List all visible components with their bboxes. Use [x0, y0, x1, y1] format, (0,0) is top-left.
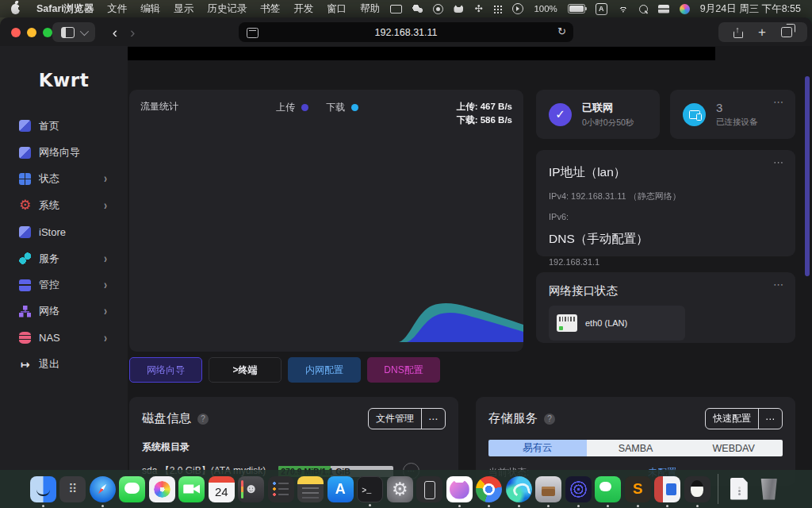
play-status-icon[interactable] [512, 3, 523, 14]
dock-divider [718, 474, 718, 504]
internet-status-card[interactable]: ✓ 已联网 0小时0分50秒 [536, 90, 660, 139]
dock-notes-icon[interactable] [297, 476, 324, 502]
sidebar-item-services[interactable]: 服务 › [0, 245, 128, 271]
dns-title: DNS（手动配置） [549, 231, 783, 248]
tab-samba[interactable]: SAMBA [587, 440, 685, 456]
dock-appstore-icon[interactable]: A [327, 476, 354, 502]
help-icon[interactable]: ? [197, 414, 209, 425]
more-menu-icon[interactable]: ⋯ [773, 96, 784, 108]
page-top-banner [97, 47, 715, 60]
dock-finder-icon[interactable] [30, 476, 56, 502]
url-text[interactable]: 192.168.31.11 [374, 27, 437, 38]
wechat-status-icon[interactable] [412, 5, 423, 13]
dock-settings-icon[interactable]: ⚙ [387, 476, 413, 502]
dock-iphone-mirroring-icon[interactable] [416, 476, 442, 502]
file-manager-button[interactable]: 文件管理 ⋯ [368, 408, 446, 429]
control-center-icon[interactable] [658, 5, 669, 13]
back-button[interactable]: ‹ [113, 25, 117, 40]
tab-overview-icon[interactable] [781, 27, 792, 37]
close-window-button[interactable] [11, 28, 21, 37]
dock-messages-icon[interactable] [119, 476, 145, 502]
sidebar-item-network[interactable]: 网络 › [0, 298, 128, 325]
links-icon [19, 252, 31, 264]
dock-cat-app-icon[interactable] [446, 476, 473, 502]
reload-icon[interactable]: ↻ [557, 25, 566, 37]
help-icon[interactable]: ? [544, 414, 555, 425]
dns-config-button[interactable]: DNS配置 [367, 357, 440, 383]
sidebar-item-network-wizard[interactable]: 网络向导 [0, 139, 128, 165]
dock-archive-utility-icon[interactable] [535, 476, 561, 502]
zoom-window-button[interactable] [43, 28, 52, 37]
forward-button[interactable]: › [130, 25, 135, 40]
spotlight-search-icon[interactable] [639, 5, 648, 13]
sidebar-item-istore[interactable]: iStore [0, 219, 128, 245]
wifi-icon[interactable] [618, 5, 629, 13]
dock-contacts-icon[interactable]: ☻ [238, 476, 264, 502]
menubar-clock[interactable]: 9月24日 周三 下午8:55 [700, 2, 801, 16]
storage-tabs: 易有云 SAMBA WEBDAV [488, 440, 783, 456]
sidebar-item-nas[interactable]: NAS › [0, 325, 128, 351]
more-menu-icon[interactable]: ⋯ [773, 156, 784, 168]
quick-config-button[interactable]: 快速配置 ⋯ [705, 408, 783, 429]
app-status-icon[interactable] [433, 4, 443, 14]
more-menu-icon[interactable]: ⋯ [759, 414, 782, 425]
dock-facetime-icon[interactable] [178, 476, 205, 502]
dock-safari-icon[interactable] [90, 476, 116, 502]
sidebar-item-logout[interactable]: ↦ 退出 [0, 352, 128, 378]
ipv4-line: IPv4: 192.168.31.11 （静态网络） [549, 190, 783, 202]
chevron-down-icon[interactable] [80, 26, 89, 35]
dock-trash-icon[interactable] [756, 476, 782, 502]
siri-icon[interactable] [680, 4, 690, 14]
share-icon[interactable] [733, 27, 743, 38]
sidebar-item-status[interactable]: 状态 › [0, 166, 128, 192]
dock-photos-icon[interactable] [149, 476, 175, 502]
dock-reminders-icon[interactable] [268, 476, 294, 502]
battery-icon[interactable] [568, 4, 585, 13]
minimize-window-button[interactable] [27, 28, 36, 37]
menu-window[interactable]: 窗口 [327, 2, 347, 16]
dots-grid-status-icon[interactable] [493, 5, 502, 13]
interface-tile[interactable]: eth0 (LAN) [549, 306, 685, 341]
dock-terminal-icon[interactable]: >_ [357, 476, 383, 502]
address-bar[interactable]: 192.168.31.11 ↻ [239, 22, 573, 42]
dock-calendar-icon[interactable]: 24 [209, 476, 235, 502]
menu-view[interactable]: 显示 [174, 2, 193, 16]
page-scrollbar[interactable] [805, 76, 810, 276]
menu-safari[interactable]: Safari浏览器 [36, 2, 94, 16]
dock-document-icon[interactable] [726, 476, 753, 502]
menu-edit[interactable]: 编辑 [140, 2, 160, 16]
dock-wechat-icon[interactable] [595, 476, 621, 502]
more-menu-icon[interactable]: ⋯ [422, 414, 445, 425]
dock-sublime-icon[interactable]: S [625, 476, 651, 502]
fan-status-icon[interactable]: ✣ [473, 4, 483, 13]
more-menu-icon[interactable]: ⋯ [773, 279, 784, 291]
menu-file[interactable]: 文件 [107, 2, 127, 16]
dock-dictionary-icon[interactable] [654, 476, 680, 502]
menu-help[interactable]: 帮助 [360, 2, 380, 16]
apple-menu-icon[interactable] [11, 4, 20, 14]
dock-edge-icon[interactable] [506, 476, 532, 502]
new-tab-button[interactable]: + [758, 25, 766, 39]
page-settings-icon[interactable] [247, 28, 259, 38]
input-source-icon[interactable]: A [596, 3, 607, 15]
tab-yiyouyun[interactable]: 易有云 [488, 440, 587, 456]
cat-app-status-icon[interactable] [454, 5, 463, 13]
menu-bookmarks[interactable]: 书签 [260, 2, 280, 16]
sidebar-toggle-icon[interactable] [61, 27, 75, 38]
devices-card[interactable]: 3 已连接设备 ⋯ [670, 90, 795, 139]
dock-linux-icon[interactable] [684, 476, 710, 502]
menu-history[interactable]: 历史记录 [207, 2, 247, 16]
dock-chrome-icon[interactable] [476, 476, 502, 502]
terminal-button[interactable]: >终端 [209, 357, 282, 383]
sidebar-item-home[interactable]: 首页 [0, 113, 128, 139]
dock-launchpad-icon[interactable]: ⠿ [59, 476, 86, 502]
lan-config-button[interactable]: 内网配置 [288, 357, 361, 383]
dock-spiral-app-icon[interactable] [565, 476, 592, 502]
tab-webdav[interactable]: WEBDAV [684, 440, 783, 456]
devices-glyph [689, 110, 700, 119]
menu-develop[interactable]: 开发 [293, 2, 313, 16]
network-wizard-button[interactable]: 网络向导 [129, 357, 202, 383]
screen-mirroring-icon[interactable] [390, 5, 402, 13]
sidebar-item-control[interactable]: 管控 › [0, 271, 128, 298]
sidebar-item-system[interactable]: ⚙ 系统 › [0, 192, 128, 218]
